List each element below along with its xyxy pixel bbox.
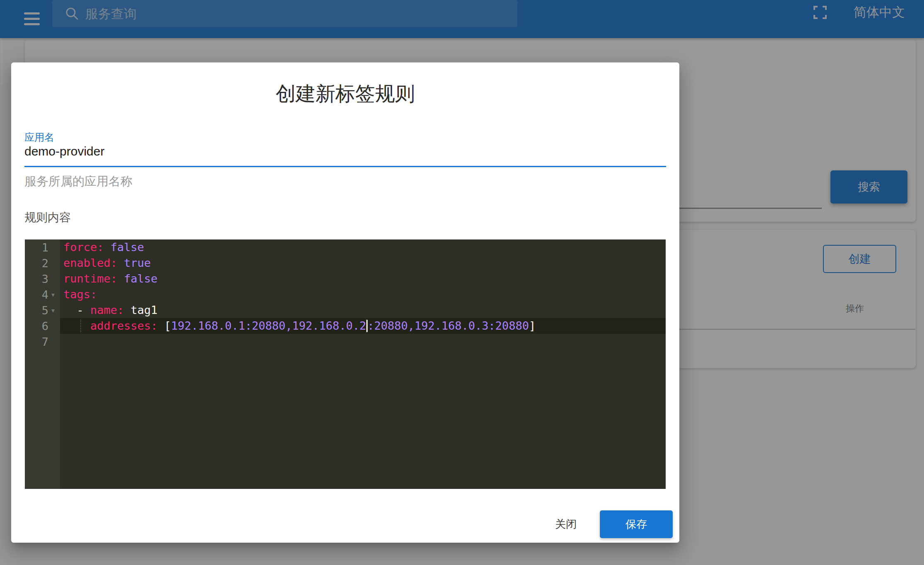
screen: 简体中文 搜索 创建 操作 创建新标签规则 应用名 demo-provider …: [0, 0, 924, 565]
code-token: true: [124, 256, 151, 269]
save-button[interactable]: 保存: [600, 510, 673, 538]
app-name-hint: 服务所属的应用名称: [24, 173, 132, 190]
fold-arrow-icon: ▾: [48, 305, 58, 315]
editor-code[interactable]: force: falseenabled: trueruntime: falset…: [60, 239, 666, 489]
code-token: [117, 256, 124, 269]
code-token: [: [158, 319, 171, 332]
gutter-line-number: 1: [25, 239, 60, 255]
code-line[interactable]: enabled: true: [60, 255, 666, 271]
code-line[interactable]: runtime: false: [60, 271, 666, 287]
code-token: enabled:: [63, 256, 117, 269]
yaml-code-editor[interactable]: 1234▾5▾67 force: falseenabled: truerunti…: [25, 239, 666, 489]
dialog-title: 创建新标签规则: [11, 81, 679, 107]
code-token: runtime:: [63, 272, 117, 285]
code-token: false: [111, 241, 144, 254]
gutter-line-number: 3: [25, 271, 60, 287]
rule-content-label: 规则内容: [24, 210, 71, 225]
code-line[interactable]: force: false: [60, 239, 666, 255]
code-token: [104, 241, 111, 254]
code-token: -: [63, 304, 90, 316]
code-token: tags:: [63, 288, 97, 301]
code-token: [124, 304, 130, 316]
code-token: :20880,192.168.0.3:20880: [368, 319, 529, 332]
code-token: 192.168.0.1:20880,192.168.0.2: [171, 319, 366, 332]
gutter-line-number[interactable]: 5▾: [25, 302, 60, 318]
create-tag-rule-dialog: 创建新标签规则 应用名 demo-provider 服务所属的应用名称 规则内容…: [11, 62, 679, 543]
code-line[interactable]: - name: tag1: [60, 302, 666, 318]
code-token: tag1: [131, 304, 158, 316]
code-token: [63, 319, 90, 332]
gutter-line-number: 6: [25, 318, 60, 334]
editor-gutter: 1234▾5▾67: [25, 239, 60, 489]
app-name-field-underline: [24, 166, 666, 167]
gutter-line-number[interactable]: 4▾: [25, 287, 60, 302]
code-line[interactable]: addresses: [192.168.0.1:20880,192.168.0.…: [60, 318, 666, 334]
app-name-field[interactable]: demo-provider: [24, 144, 104, 158]
gutter-line-number: 2: [25, 255, 60, 271]
code-token: false: [124, 272, 157, 285]
code-token: name:: [90, 304, 124, 316]
close-button[interactable]: 关闭: [541, 510, 591, 538]
code-line[interactable]: [60, 334, 666, 350]
code-token: ]: [529, 319, 536, 332]
code-line[interactable]: tags:: [60, 287, 666, 302]
app-name-label: 应用名: [24, 131, 54, 144]
code-token: force:: [63, 241, 104, 254]
gutter-line-number: 7: [25, 334, 60, 350]
code-token: addresses:: [90, 319, 158, 332]
fold-arrow-icon: ▾: [48, 290, 58, 299]
indent-guide: [80, 320, 81, 332]
code-token: [117, 272, 124, 285]
